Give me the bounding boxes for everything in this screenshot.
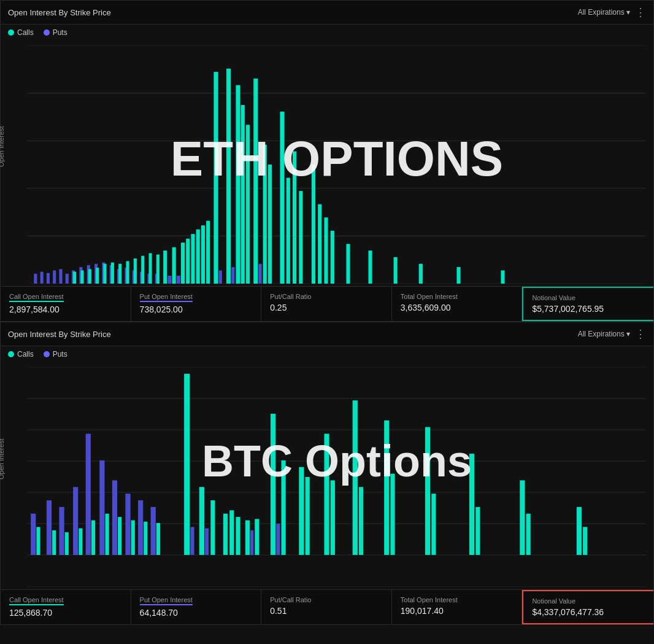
btc-menu-icon[interactable]: ⋮ — [635, 327, 646, 341]
svg-rect-42 — [163, 250, 167, 284]
svg-rect-52 — [214, 72, 218, 284]
btc-pc-ratio: Put/Call Ratio 0.51 — [261, 590, 392, 624]
svg-rect-122 — [79, 529, 82, 555]
eth-put-oi-value: 738,025.00 — [140, 305, 253, 314]
svg-rect-48 — [191, 234, 194, 284]
eth-panel-title: Open Interest By Strike Price — [8, 8, 111, 17]
eth-bar-chart: 500k 400k 300k 200k 100k 0 — [28, 45, 646, 284]
svg-rect-56 — [236, 85, 240, 284]
svg-rect-12 — [34, 274, 37, 284]
eth-total-oi-value: 3,635,609.00 — [401, 303, 514, 312]
svg-rect-153 — [353, 400, 358, 555]
svg-rect-149 — [299, 467, 304, 555]
svg-rect-116 — [36, 527, 40, 555]
svg-rect-136 — [190, 527, 194, 555]
svg-rect-138 — [205, 529, 209, 555]
svg-rect-43 — [167, 276, 171, 284]
svg-rect-64 — [287, 178, 290, 284]
svg-rect-50 — [201, 225, 205, 284]
btc-notional-value: $4,337,076,477.36 — [532, 607, 645, 617]
svg-rect-150 — [306, 477, 310, 555]
svg-rect-74 — [419, 264, 423, 284]
svg-rect-156 — [390, 474, 394, 555]
btc-expiry-selector[interactable]: All Expirations ▾ — [578, 330, 630, 338]
eth-put-oi-label: Put Open Interest — [140, 293, 253, 302]
svg-rect-127 — [112, 480, 117, 555]
svg-rect-144 — [250, 530, 253, 555]
svg-rect-66 — [299, 191, 302, 284]
eth-total-oi-label: Total Open Interest — [401, 293, 514, 300]
eth-put-oi: Put Open Interest 738,025.00 — [131, 287, 262, 321]
svg-rect-46 — [181, 242, 185, 284]
svg-rect-152 — [331, 480, 335, 555]
calls-dot-icon — [8, 351, 14, 357]
chevron-down-icon: ▾ — [626, 8, 630, 17]
svg-rect-121 — [73, 487, 78, 555]
svg-rect-129 — [125, 494, 130, 555]
svg-rect-148 — [281, 460, 285, 555]
btc-total-oi-label: Total Open Interest — [401, 596, 514, 603]
svg-rect-137 — [199, 487, 204, 555]
svg-rect-123 — [86, 433, 91, 554]
btc-header-right: All Expirations ▾ ⋮ — [578, 327, 646, 341]
svg-rect-160 — [475, 507, 480, 555]
btc-panel-header: Open Interest By Strike Price All Expira… — [1, 322, 653, 346]
svg-rect-47 — [186, 239, 190, 284]
btc-notional-label: Notional Value — [532, 597, 645, 605]
svg-rect-132 — [144, 522, 147, 555]
svg-rect-16 — [59, 269, 62, 284]
eth-call-oi-value: 2,897,584.00 — [9, 305, 122, 314]
btc-call-oi-value: 125,868.70 — [9, 608, 122, 618]
svg-rect-159 — [469, 454, 474, 555]
svg-rect-15 — [53, 270, 56, 284]
btc-panel: Open Interest By Strike Price All Expira… — [0, 322, 654, 625]
puts-dot-icon — [44, 29, 50, 36]
svg-rect-115 — [31, 514, 36, 555]
svg-rect-67 — [312, 165, 315, 284]
svg-rect-130 — [131, 521, 135, 555]
svg-rect-44 — [172, 247, 176, 284]
svg-rect-19 — [73, 272, 76, 284]
eth-call-oi-label: Call Open Interest — [9, 293, 122, 302]
eth-notional: Notional Value $5,737,002,765.95 — [522, 287, 653, 321]
svg-rect-158 — [431, 494, 436, 555]
svg-rect-163 — [577, 507, 582, 555]
svg-rect-162 — [526, 514, 531, 555]
eth-call-oi: Call Open Interest 2,897,584.00 — [1, 287, 131, 321]
svg-rect-118 — [52, 530, 56, 555]
svg-rect-143 — [245, 521, 250, 555]
svg-rect-151 — [324, 433, 329, 554]
svg-rect-155 — [384, 421, 389, 555]
svg-rect-146 — [271, 414, 275, 555]
svg-rect-62 — [268, 165, 272, 284]
eth-panel-header: Open Interest By Strike Price All Expira… — [1, 1, 653, 25]
svg-rect-119 — [59, 507, 64, 555]
svg-rect-71 — [346, 244, 350, 284]
svg-rect-65 — [293, 151, 296, 284]
svg-rect-21 — [80, 270, 83, 284]
svg-rect-128 — [118, 517, 121, 555]
eth-notional-label: Notional Value — [532, 294, 645, 301]
eth-header-right: All Expirations ▾ ⋮ — [578, 6, 646, 19]
eth-chart-container: Open Interest ETH OPTIONS 500k 400k 300k… — [1, 41, 653, 286]
eth-stats-bar: Call Open Interest 2,897,584.00 Put Open… — [1, 286, 653, 321]
svg-rect-133 — [151, 507, 156, 555]
eth-menu-icon[interactable]: ⋮ — [635, 6, 646, 19]
eth-legend-calls: Calls — [8, 28, 34, 37]
svg-rect-45 — [177, 276, 180, 284]
btc-chart-container: Open Interest BTC Options 15k 12.5k 10k … — [1, 362, 653, 589]
svg-rect-61 — [263, 145, 267, 284]
svg-rect-139 — [210, 500, 215, 555]
svg-rect-51 — [206, 221, 210, 284]
svg-rect-39 — [148, 253, 152, 284]
eth-pc-ratio-label: Put/Call Ratio — [270, 293, 383, 300]
svg-rect-57 — [241, 105, 245, 284]
svg-rect-63 — [280, 112, 284, 284]
btc-put-oi-label: Put Open Interest — [140, 596, 253, 605]
svg-rect-140 — [223, 514, 228, 555]
btc-stats-bar: Call Open Interest 125,868.70 Put Open I… — [1, 589, 653, 624]
svg-rect-41 — [156, 255, 160, 284]
svg-rect-17 — [66, 274, 69, 284]
btc-legend-calls: Calls — [8, 350, 34, 359]
eth-expiry-selector[interactable]: All Expirations ▾ — [578, 8, 630, 17]
